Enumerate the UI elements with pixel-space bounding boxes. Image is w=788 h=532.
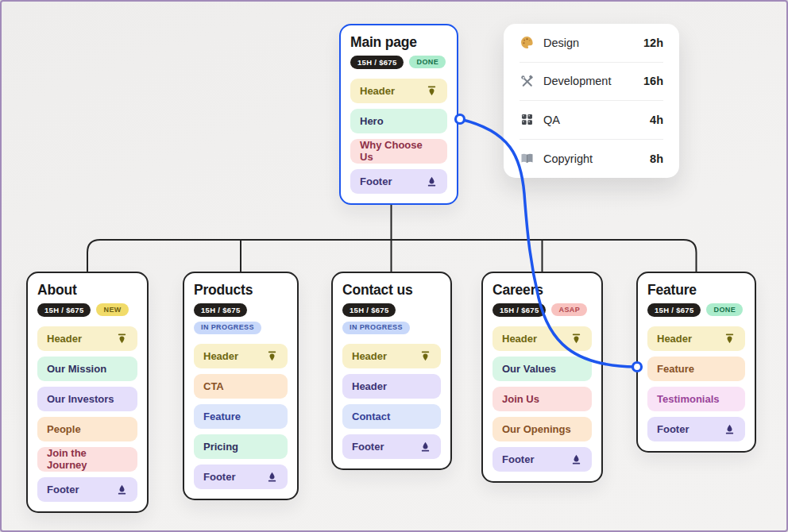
status-badge[interactable]: IN PROGRESS [194, 322, 261, 334]
task-label: Development [543, 75, 635, 87]
section-label: People [47, 423, 81, 435]
section-row-header[interactable]: Header [492, 326, 592, 351]
task-hours: 8h [650, 152, 663, 165]
status-badge[interactable]: NEW [96, 303, 128, 316]
section-row-our-investors[interactable]: Our Investors [37, 387, 137, 411]
page-card-about[interactable]: About 15H / $675 NEW Header Our Mission … [26, 272, 149, 513]
pin-bottom-icon [116, 484, 128, 495]
task-label: QA [543, 114, 641, 126]
task-row-copyright[interactable]: Copyright 8h [520, 140, 663, 179]
section-label: CTA [203, 380, 224, 392]
section-label: Feature [657, 363, 694, 375]
section-row-footer[interactable]: Footer [194, 465, 288, 489]
section-label: Header [360, 85, 395, 97]
palette-icon [520, 35, 535, 50]
task-row-development[interactable]: Development 16h [520, 63, 663, 102]
pin-top-icon [266, 350, 278, 362]
section-row-people[interactable]: People [37, 417, 137, 441]
section-row-join-the-journey[interactable]: Join the Journey [37, 447, 137, 472]
section-label: Footer [502, 453, 534, 465]
section-label: Why Choose Us [360, 139, 438, 163]
section-row-why-choose-us[interactable]: Why Choose Us [350, 139, 447, 164]
task-row-design[interactable]: Design 12h [520, 24, 663, 63]
hours-badge[interactable]: 15H / $675 [350, 56, 404, 69]
task-label: Design [543, 37, 635, 49]
section-label: Pricing [203, 441, 238, 453]
task-list-card[interactable]: Design 12h Development 16h [504, 24, 679, 178]
section-label: Our Mission [47, 363, 106, 375]
task-row-qa[interactable]: QA 4h [520, 101, 663, 140]
section-row-our-openings[interactable]: Our Openings [492, 417, 592, 441]
hours-badge[interactable]: 15H / $675 [37, 303, 91, 317]
section-row-header[interactable]: Header [37, 326, 137, 351]
pin-top-icon [724, 333, 736, 345]
book-icon [520, 151, 535, 166]
page-title: Careers [492, 282, 592, 299]
section-row-footer[interactable]: Footer [350, 169, 447, 194]
page-title: Main page [350, 34, 447, 51]
section-row-hero[interactable]: Hero [350, 109, 447, 133]
status-badge[interactable]: DONE [409, 56, 446, 68]
status-badge[interactable]: DONE [706, 303, 743, 316]
qa-grid-icon [520, 112, 535, 127]
section-row-footer[interactable]: Footer [492, 447, 592, 472]
section-label: Our Openings [502, 423, 571, 435]
main-page-card[interactable]: Main page 15H / $675 DONE Header Hero Wh… [339, 24, 458, 205]
section-label: Header [352, 380, 387, 392]
hours-badge[interactable]: 15H / $675 [194, 303, 247, 317]
section-row-cta[interactable]: CTA [194, 374, 288, 399]
tools-icon [520, 74, 535, 89]
section-list: Header Our Values Join Us Our Openings F… [492, 326, 592, 472]
page-title: Feature [647, 282, 745, 299]
section-row-pricing[interactable]: Pricing [194, 434, 288, 459]
section-row-footer[interactable]: Footer [37, 477, 137, 502]
section-row-our-mission[interactable]: Our Mission [37, 357, 137, 381]
section-label: Header [502, 333, 537, 345]
task-hours: 4h [650, 114, 663, 126]
section-label: Footer [203, 471, 235, 483]
section-row-header[interactable]: Header [342, 344, 441, 368]
task-label: Copyright [543, 152, 641, 165]
section-label: Header [657, 333, 692, 345]
task-hours: 16h [643, 75, 663, 87]
section-label: Header [352, 350, 387, 362]
section-label: Footer [47, 484, 79, 495]
section-row-feature[interactable]: Feature [194, 404, 288, 429]
section-row-header[interactable]: Header [350, 79, 447, 103]
page-card-products[interactable]: Products 15H / $675 IN PROGRESS Header C… [183, 272, 299, 500]
page-title: Contact us [342, 282, 441, 299]
connector-endpoint-hero[interactable] [456, 115, 465, 124]
sitemap-canvas: Main page 15H / $675 DONE Header Hero Wh… [0, 0, 788, 532]
section-row-header-2[interactable]: Header [342, 374, 441, 399]
hours-badge[interactable]: 15H / $675 [342, 303, 396, 317]
pin-bottom-icon [419, 441, 431, 453]
section-label: Join the Journey [47, 447, 128, 471]
page-card-feature[interactable]: Feature 15H / $675 DONE Header Feature T… [636, 272, 756, 453]
pin-bottom-icon [570, 453, 582, 465]
hours-badge[interactable]: 15H / $675 [647, 303, 701, 317]
section-row-footer[interactable]: Footer [342, 434, 441, 459]
badges-row: 15H / $675 ASAP [492, 303, 592, 317]
pin-top-icon [116, 333, 128, 345]
section-label: Footer [360, 175, 392, 187]
section-label: Contact [352, 411, 390, 422]
page-card-careers[interactable]: Careers 15H / $675 ASAP Header Our Value… [481, 272, 603, 483]
section-row-header[interactable]: Header [647, 326, 745, 351]
section-row-our-values[interactable]: Our Values [492, 357, 592, 381]
section-row-feature[interactable]: Feature [647, 357, 745, 381]
status-badge[interactable]: ASAP [551, 303, 587, 316]
section-label: Header [47, 333, 82, 345]
page-title: About [37, 282, 137, 299]
status-badge[interactable]: IN PROGRESS [342, 322, 410, 334]
section-label: Join Us [502, 393, 539, 405]
section-row-contact[interactable]: Contact [342, 404, 441, 429]
hours-badge[interactable]: 15H / $675 [492, 303, 546, 317]
section-list: Header Our Mission Our Investors People … [37, 326, 137, 502]
section-row-join-us[interactable]: Join Us [492, 387, 592, 411]
badges-column: 15H / $675 IN PROGRESS [342, 303, 441, 334]
section-row-testimonials[interactable]: Testimonials [647, 387, 745, 411]
page-card-contact-us[interactable]: Contact us 15H / $675 IN PROGRESS Header… [331, 272, 452, 470]
connector-endpoint-feature[interactable] [633, 363, 642, 372]
section-row-header[interactable]: Header [194, 344, 288, 368]
section-row-footer[interactable]: Footer [647, 417, 745, 441]
